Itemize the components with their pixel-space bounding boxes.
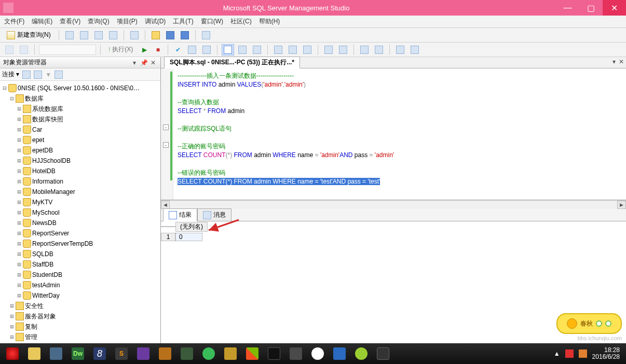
- indent-button[interactable]: [322, 44, 335, 55]
- grid-row-header[interactable]: 1: [161, 233, 175, 241]
- results-grid[interactable]: (无列名) 1 0: [161, 221, 626, 353]
- comment-button[interactable]: [358, 44, 371, 55]
- tree-databases-node[interactable]: 数据库: [25, 94, 44, 103]
- tb2-btn-6[interactable]: [186, 44, 198, 55]
- tab-close-icon[interactable]: ✕: [619, 58, 624, 65]
- menu-tools[interactable]: 工具(T): [173, 17, 193, 26]
- tb-btn-4[interactable]: [107, 30, 119, 41]
- parse-button[interactable]: ✔: [172, 44, 184, 55]
- oe-btn2[interactable]: [34, 71, 42, 79]
- expander-icon[interactable]: ⊞: [16, 199, 23, 206]
- results-tab[interactable]: 结果: [163, 208, 197, 221]
- menu-help[interactable]: 帮助(H): [259, 17, 280, 26]
- expander-icon[interactable]: ⊞: [16, 271, 23, 278]
- expander-icon[interactable]: ⊞: [16, 230, 23, 237]
- tray-icon[interactable]: [579, 349, 587, 358]
- expander-icon[interactable]: ⊞: [16, 209, 23, 216]
- expander-icon[interactable]: ⊟: [1, 85, 8, 92]
- save-button[interactable]: [164, 30, 176, 41]
- expander-icon[interactable]: ⊞: [16, 126, 23, 133]
- task-app-16[interactable]: [329, 345, 350, 362]
- outline-collapse-icon[interactable]: -: [163, 142, 169, 148]
- tree-db-node[interactable]: HotelDB: [32, 167, 56, 175]
- grid-cell[interactable]: 0: [175, 233, 202, 241]
- oe-btn4[interactable]: [55, 71, 63, 79]
- expander-icon[interactable]: ⊞: [16, 188, 23, 195]
- tree-server-node[interactable]: 0NISE (SQL Server 10.50.1600 - 0NISE\0…: [18, 85, 140, 92]
- uncomment-button[interactable]: [373, 44, 385, 55]
- tree-db-node[interactable]: epet: [32, 136, 44, 144]
- close-button[interactable]: ✕: [603, 0, 626, 16]
- tb-btn-2[interactable]: [78, 30, 90, 41]
- menu-community[interactable]: 社区(C): [230, 17, 252, 26]
- sql-editor[interactable]: - - --------------插入一条测试数据--------------…: [161, 68, 626, 200]
- tb-btn-5[interactable]: [128, 30, 141, 41]
- tree-replication-node[interactable]: 复制: [25, 323, 37, 331]
- expander-icon[interactable]: ⊞: [16, 240, 23, 247]
- editor-body[interactable]: --------------插入一条测试数据------------------…: [173, 68, 626, 200]
- task-app-8[interactable]: [155, 345, 175, 362]
- expander-icon[interactable]: ⊞: [16, 250, 23, 258]
- stop-button[interactable]: ■: [152, 44, 164, 55]
- task-app-1[interactable]: [2, 345, 23, 362]
- tb-btn-9[interactable]: [200, 30, 212, 41]
- document-tab[interactable]: SQL脚本.sql - 0NISE...-PC (53)) 正在执行...*: [164, 57, 300, 68]
- expander-icon[interactable]: ⊞: [16, 136, 23, 144]
- menu-project[interactable]: 项目(P): [117, 17, 138, 26]
- tb2-btn-11[interactable]: [272, 44, 284, 55]
- tree-db-node[interactable]: SQLDB: [32, 250, 53, 258]
- tree-management-node[interactable]: 管理: [25, 333, 37, 342]
- tree-db-node[interactable]: Information: [32, 178, 63, 185]
- system-tray[interactable]: ▲ 18:28 2016/6/28: [554, 347, 624, 360]
- expander-icon[interactable]: ⊞: [16, 116, 23, 123]
- expander-icon[interactable]: ⊞: [8, 313, 16, 320]
- task-app-18[interactable]: [373, 345, 393, 362]
- tree-db-node[interactable]: StaffDB: [32, 261, 53, 268]
- tree-db-node[interactable]: ReportServer: [32, 230, 69, 237]
- tree-db-node[interactable]: MySchool: [32, 209, 60, 216]
- results-text-button[interactable]: [236, 44, 249, 55]
- expander-icon[interactable]: ⊞: [16, 157, 23, 164]
- task-app-ssms[interactable]: [24, 345, 45, 362]
- expander-icon[interactable]: ⊞: [16, 178, 23, 185]
- tab-dropdown-icon[interactable]: ▾: [613, 58, 616, 65]
- editor-hscrollbar[interactable]: ◀▶: [161, 200, 626, 209]
- oe-filter-icon[interactable]: ▼: [45, 71, 51, 78]
- object-explorer-tree[interactable]: ⊟0NISE (SQL Server 10.50.1600 - 0NISE\0……: [0, 81, 160, 353]
- oe-connect-button[interactable]: 连接 ▾: [2, 70, 19, 79]
- panel-pin-icon[interactable]: 📌: [140, 59, 148, 67]
- menu-edit[interactable]: 编辑(E): [32, 17, 52, 26]
- expander-icon[interactable]: ⊟: [8, 95, 16, 102]
- messages-tab[interactable]: 消息: [197, 208, 232, 221]
- menu-window[interactable]: 窗口(W): [201, 17, 223, 26]
- tree-db-node[interactable]: Car: [32, 126, 42, 133]
- open-button[interactable]: [149, 30, 162, 41]
- tray-icon[interactable]: [565, 349, 574, 358]
- task-app-cmd[interactable]: [264, 345, 284, 362]
- expander-icon[interactable]: ⊞: [8, 323, 16, 330]
- menu-debug[interactable]: 调试(D): [145, 17, 166, 26]
- database-combo[interactable]: [39, 45, 96, 55]
- tree-sysdb-node[interactable]: 系统数据库: [32, 105, 63, 114]
- menu-view[interactable]: 查看(V): [60, 17, 80, 26]
- tree-security-node[interactable]: 安全性: [25, 302, 44, 311]
- tree-db-node[interactable]: ReportServerTempDB: [32, 240, 93, 247]
- task-app-qq[interactable]: [307, 345, 328, 362]
- tb2-btn-7[interactable]: [200, 44, 213, 55]
- minimize-button[interactable]: —: [556, 0, 579, 16]
- tb-btn-1[interactable]: [63, 30, 76, 41]
- task-app-evernote[interactable]: [285, 345, 306, 362]
- tree-db-node[interactable]: WitterDay: [32, 292, 60, 299]
- tb2-btn-13[interactable]: [301, 44, 314, 55]
- expander-icon[interactable]: ⊞: [16, 292, 23, 299]
- outline-collapse-icon[interactable]: -: [163, 124, 169, 130]
- tray-icon[interactable]: ▲: [554, 350, 560, 357]
- tree-db-node[interactable]: epetDB: [32, 147, 53, 154]
- task-app-sublime[interactable]: S: [111, 345, 132, 362]
- tree-db-node[interactable]: MyKTV: [32, 199, 52, 206]
- tb2-btn-19[interactable]: [409, 44, 421, 55]
- expander-icon[interactable]: ⊞: [16, 147, 23, 154]
- results-file-button[interactable]: [251, 44, 263, 55]
- maximize-button[interactable]: ▢: [579, 0, 603, 16]
- grid-column-header[interactable]: (无列名): [175, 222, 208, 232]
